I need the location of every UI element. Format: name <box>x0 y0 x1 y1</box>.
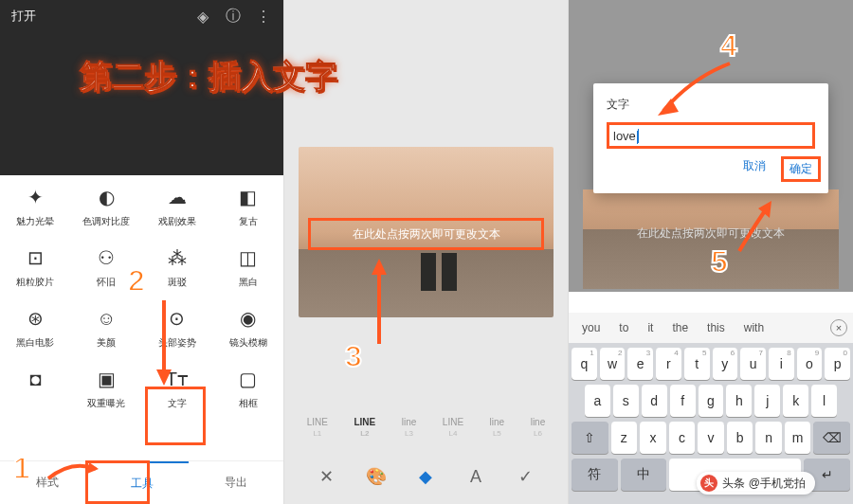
tutorial-step-title: 第二步：插入文字 <box>80 55 337 99</box>
key-s[interactable]: s <box>613 385 639 417</box>
badge-3: 3 <box>345 339 362 374</box>
badge-4: 4 <box>720 28 737 63</box>
tool-icon: ◧ <box>236 185 261 209</box>
tool-label: 色调对比度 <box>82 215 130 228</box>
key-d[interactable]: d <box>642 385 667 417</box>
tool-label: 怀旧 <box>97 276 116 289</box>
tool-黑白电影[interactable]: ⊛黑白电影 <box>0 306 71 350</box>
confirm-icon[interactable]: ✓ <box>516 466 536 487</box>
suggestion[interactable]: this <box>699 321 733 334</box>
keyboard-suggestions: youtoitthethiswith× <box>569 313 853 343</box>
tool-label: 黑白电影 <box>16 336 54 350</box>
open-label[interactable]: 打开 <box>11 8 36 25</box>
tool-色调对比度[interactable]: ◐色调对比度 <box>71 185 142 228</box>
tool-镜头模糊[interactable]: ◉镜头模糊 <box>212 306 283 350</box>
tool-icon: ⊛ <box>23 306 47 331</box>
key-w[interactable]: 2w <box>600 348 626 380</box>
tool-label: 相框 <box>239 397 258 410</box>
key-j[interactable]: j <box>754 385 780 417</box>
cancel-button[interactable]: 取消 <box>743 158 766 180</box>
font-icon[interactable]: A <box>465 466 486 487</box>
badge-2: 2 <box>128 263 145 298</box>
key-x[interactable]: x <box>640 422 666 454</box>
layers-icon[interactable]: ◈ <box>194 8 211 25</box>
text-placeholder-box[interactable]: 在此处点按两次即可更改文本 <box>308 218 544 250</box>
tool-美颜[interactable]: ☺美颜 <box>71 306 142 350</box>
cancel-icon[interactable]: ✕ <box>316 466 336 487</box>
key-r[interactable]: 4r <box>656 348 681 380</box>
font-option[interactable]: lineL3 <box>402 417 417 438</box>
key-z[interactable]: z <box>611 422 638 454</box>
tool-icon: ☁ <box>165 185 190 209</box>
tool-label: 复古 <box>239 215 258 228</box>
tool-icon: ◘ <box>23 367 47 391</box>
tool-双重曝光[interactable]: ▣双重曝光 <box>71 367 142 410</box>
key-b[interactable]: b <box>727 422 753 454</box>
key-o[interactable]: 9o <box>797 348 823 380</box>
font-option[interactable]: lineL6 <box>531 417 546 438</box>
key-c[interactable]: c <box>669 422 696 454</box>
palette-icon[interactable]: 🎨 <box>366 466 387 487</box>
key-n[interactable]: n <box>755 422 782 454</box>
key-p[interactable]: 0p <box>825 348 850 380</box>
key-m[interactable]: m <box>785 422 811 454</box>
arrow-2 <box>150 296 178 390</box>
badge-5: 5 <box>711 244 728 279</box>
tool-label: 黑白 <box>239 276 258 289</box>
key-y[interactable]: 6y <box>713 348 738 380</box>
suggestion[interactable]: with <box>736 321 771 334</box>
key-t[interactable]: 5t <box>684 348 710 380</box>
suggestion[interactable]: it <box>640 321 661 334</box>
arrow-4 <box>654 59 739 125</box>
tool-戏剧效果[interactable]: ☁戏剧效果 <box>142 185 213 228</box>
tool-icon: ▢ <box>236 367 261 391</box>
text-input[interactable]: love <box>613 129 639 143</box>
tool-label: 美颜 <box>97 336 116 350</box>
key-f[interactable]: f <box>670 385 696 417</box>
arrow-1 <box>44 455 100 493</box>
key-⇧[interactable]: ⇧ <box>572 422 608 454</box>
key-符[interactable]: 符 <box>572 459 618 491</box>
tool-魅力光晕[interactable]: ✦魅力光晕 <box>0 185 71 228</box>
tool-斑驳[interactable]: ⁂斑驳 <box>142 245 213 289</box>
more-icon[interactable]: ⋮ <box>255 8 272 25</box>
tool-icon: ✦ <box>23 185 47 209</box>
font-option[interactable]: LINEL4 <box>443 417 463 438</box>
suggestion[interactable]: to <box>611 321 636 334</box>
suggestion[interactable]: the <box>664 321 696 334</box>
tool-粗粒胶片[interactable]: ⊡粗粒胶片 <box>0 245 71 289</box>
watermark-logo-icon: 头 <box>700 475 717 492</box>
suggestion-close-icon[interactable]: × <box>830 319 847 336</box>
arrow-3 <box>365 254 393 349</box>
tool-item-12[interactable]: ◘ <box>0 367 71 410</box>
tool-黑白[interactable]: ◫黑白 <box>212 245 283 289</box>
key-e[interactable]: 3e <box>627 348 653 380</box>
key-l[interactable]: l <box>811 385 837 417</box>
tool-label: 镜头模糊 <box>229 336 267 350</box>
suggestion[interactable]: you <box>574 321 608 334</box>
key-h[interactable]: h <box>726 385 752 417</box>
key-g[interactable]: g <box>699 385 724 417</box>
tool-复古[interactable]: ◧复古 <box>212 185 283 228</box>
key-i[interactable]: 8i <box>769 348 794 380</box>
tab-export[interactable]: 导出 <box>189 461 283 504</box>
watermark-text: 头条 @手机党拍 <box>722 476 806 492</box>
tool-icon: ☺ <box>94 306 118 331</box>
font-option[interactable]: LINEL2 <box>354 417 375 438</box>
key-v[interactable]: v <box>698 422 724 454</box>
key-a[interactable]: a <box>585 385 610 417</box>
info-icon[interactable]: ⓘ <box>225 8 242 25</box>
key-q[interactable]: 1q <box>572 348 597 380</box>
font-option[interactable]: lineL5 <box>490 417 505 438</box>
edit-image[interactable]: 在此处点按两次即可更改文本 <box>299 147 554 317</box>
key-⌫[interactable]: ⌫ <box>813 422 850 454</box>
key-中[interactable]: 中 <box>621 459 667 491</box>
key-u[interactable]: 7u <box>740 348 766 380</box>
opacity-icon[interactable]: ◆ <box>415 466 436 487</box>
tool-icon: ⊡ <box>23 245 47 270</box>
highlight-text-tool <box>145 387 206 445</box>
ok-button[interactable]: 确定 <box>781 156 821 182</box>
tool-相框[interactable]: ▢相框 <box>212 367 283 410</box>
key-k[interactable]: k <box>783 385 808 417</box>
font-option[interactable]: LINEL1 <box>307 417 328 438</box>
